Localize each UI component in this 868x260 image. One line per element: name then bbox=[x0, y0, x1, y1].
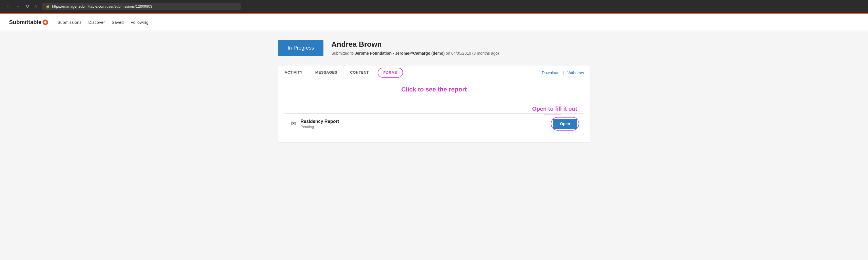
forms-content: Open to fill it out ✉ Residency Report P… bbox=[278, 99, 590, 142]
tab-actions: Download | Withdraw bbox=[542, 70, 590, 75]
submission-header: In-Progress Andrea Brown Submitted to Je… bbox=[278, 40, 590, 56]
nav-buttons: ← → ↻ ⌂ bbox=[4, 3, 39, 10]
tab-content[interactable]: CONTENT bbox=[344, 66, 375, 80]
address-bar[interactable]: 🔒 https://manager.submittable.com/user/s… bbox=[42, 3, 241, 10]
form-envelope-icon: ✉ bbox=[291, 120, 296, 127]
form-status: Pending bbox=[301, 125, 549, 129]
form-item: ✉ Residency Report Pending Open bbox=[284, 113, 584, 134]
nav-submissions[interactable]: Submissions bbox=[57, 20, 81, 25]
submission-on: on bbox=[445, 51, 451, 56]
submission-author: Andrea Brown bbox=[331, 40, 499, 49]
open-btn-wrapper: Open bbox=[553, 119, 577, 129]
form-item-info: Residency Report Pending bbox=[301, 119, 549, 129]
back-button[interactable]: ← bbox=[4, 3, 12, 10]
app-header: Submittable Submissions Discover Saved F… bbox=[0, 14, 868, 31]
open-annotation: Open to fill it out bbox=[284, 103, 584, 113]
url-display: https://manager.submittable.com/user/sub… bbox=[52, 4, 152, 8]
tabs-section: ACTIVITY MESSAGES CONTENT FORMS Download… bbox=[278, 65, 590, 142]
forward-button[interactable]: → bbox=[14, 3, 22, 10]
main-content: In-Progress Andrea Brown Submitted to Je… bbox=[0, 31, 868, 260]
logo[interactable]: Submittable bbox=[9, 19, 48, 26]
submission-container: In-Progress Andrea Brown Submitted to Je… bbox=[278, 40, 590, 142]
nav-following[interactable]: Following bbox=[130, 20, 148, 25]
logo-text: Submittable bbox=[9, 19, 41, 26]
download-link[interactable]: Download bbox=[542, 70, 559, 75]
refresh-button[interactable]: ↻ bbox=[24, 3, 31, 10]
submission-subtitle: Submitted to Jerome Foundation - Jerome@… bbox=[331, 51, 499, 56]
status-badge: In-Progress bbox=[278, 40, 323, 56]
submission-info: Andrea Brown Submitted to Jerome Foundat… bbox=[331, 40, 499, 56]
form-title: Residency Report bbox=[301, 119, 549, 124]
home-button[interactable]: ⌂ bbox=[33, 3, 39, 10]
lock-icon: 🔒 bbox=[45, 4, 50, 8]
open-button[interactable]: Open bbox=[553, 119, 577, 129]
tab-messages[interactable]: MESSAGES bbox=[309, 66, 344, 80]
tab-activity[interactable]: ACTIVITY bbox=[278, 66, 309, 80]
main-nav: Submissions Discover Saved Following bbox=[57, 20, 148, 25]
submission-relative-date: (3 months ago) bbox=[472, 51, 499, 56]
nav-discover[interactable]: Discover bbox=[88, 20, 105, 25]
tab-forms[interactable]: FORMS bbox=[378, 68, 403, 77]
submission-org: Jerome Foundation - Jerome@Camargo (demo… bbox=[355, 51, 445, 56]
nav-saved[interactable]: Saved bbox=[112, 20, 124, 25]
click-annotation: Click to see the report bbox=[278, 80, 590, 99]
submission-date: 04/05/2019 bbox=[451, 51, 471, 56]
tabs-header: ACTIVITY MESSAGES CONTENT FORMS Download… bbox=[278, 65, 590, 80]
withdraw-link[interactable]: Withdraw bbox=[567, 70, 584, 75]
submitted-to-label: Submitted to bbox=[331, 51, 354, 56]
tab-separator: | bbox=[563, 70, 564, 75]
browser-chrome: ← → ↻ ⌂ 🔒 https://manager.submittable.co… bbox=[0, 0, 868, 13]
logo-icon bbox=[42, 20, 48, 25]
